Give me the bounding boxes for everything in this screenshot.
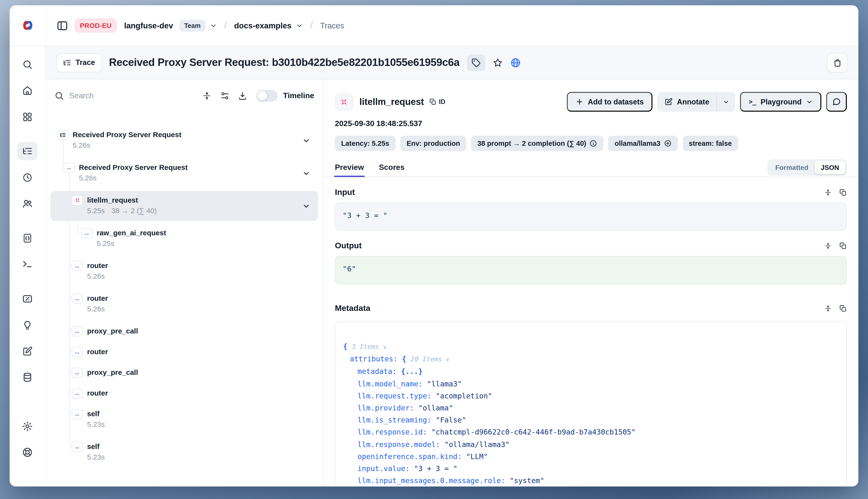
sidebar-toggle-icon[interactable] (56, 20, 68, 32)
json-line[interactable]: metadata: {...} (357, 366, 839, 378)
format-toggle-json[interactable]: JSON (815, 160, 845, 174)
add-to-datasets-button[interactable]: Add to datasets (566, 92, 652, 112)
users-icon[interactable] (22, 198, 33, 209)
insights-icon[interactable] (22, 320, 33, 331)
detail-badge[interactable]: 38 prompt → 2 completion (∑ 40) (471, 136, 603, 151)
tree-row-label: litellm_request (87, 191, 318, 205)
breadcrumb-section[interactable]: Traces (320, 21, 344, 30)
prompts-icon[interactable] (22, 233, 33, 243)
span-icon: ↔ (72, 409, 83, 419)
org-name[interactable]: langfuse-dev (124, 21, 173, 30)
span-icon: ↔ (72, 347, 83, 357)
json-line[interactable]: attributes: { 20 Items ∨ (350, 353, 839, 366)
tree-row-label: router (87, 343, 318, 356)
project-name[interactable]: docs-examples (234, 21, 291, 30)
tree-row-label: router (87, 384, 318, 398)
input-section-title: Input (335, 188, 355, 197)
span-icon: ↔ (72, 326, 83, 336)
row-chevron-down-icon[interactable] (302, 169, 310, 178)
observation-name: litellm_request (359, 97, 424, 107)
tracing-icon[interactable] (17, 142, 38, 160)
tree-row[interactable]: litellm_request 5.25s38 → 2 (∑ 40) (50, 191, 318, 221)
tree-row-duration: 5.26s (87, 271, 318, 281)
tree-row[interactable]: ↔ router 5.26s (50, 289, 318, 319)
span-icon: ↔ (72, 388, 83, 398)
public-globe-icon[interactable] (510, 57, 521, 68)
span-icon: ↔ (72, 367, 83, 377)
support-icon[interactable] (22, 447, 33, 458)
tree-row[interactable]: ↔ raw_gen_ai_request 5.25s (50, 224, 318, 254)
json-line: llm.model_name: "llama3" (357, 378, 839, 390)
tree-row[interactable]: ↔ self 5.23s (50, 405, 318, 435)
annotate-dropdown-chevron[interactable] (717, 98, 735, 105)
collapse-section-icon[interactable] (824, 305, 832, 312)
trace-icon (57, 130, 68, 140)
sidebar-rail (10, 46, 46, 486)
generation-icon (335, 94, 353, 110)
org-logo[interactable] (10, 5, 46, 46)
dashboards-icon[interactable] (22, 112, 33, 122)
tree-row[interactable]: ↔ Received Proxy Server Request 5.26s (50, 158, 318, 188)
span-icon: ↔ (72, 441, 83, 452)
tab-scores[interactable]: Scores (379, 157, 405, 177)
annotation-icon[interactable] (22, 346, 33, 356)
tag-icon (472, 58, 481, 67)
tree-row[interactable]: ↔ proxy_pre_call (50, 322, 318, 340)
desktop-background: PROD-EU langfuse-dev Team / docs-example… (0, 0, 868, 499)
collapse-section-icon[interactable] (824, 242, 832, 250)
evaluation-icon[interactable] (22, 293, 33, 304)
project-chevron-down-icon[interactable] (296, 22, 303, 29)
tree-row[interactable]: ↔ self 5.23s (50, 437, 318, 467)
tree-row[interactable]: ↔ proxy_pre_call (50, 363, 318, 381)
search-icon[interactable] (22, 59, 33, 70)
sessions-icon[interactable] (22, 172, 33, 183)
search-input[interactable]: Search (54, 91, 194, 100)
tree-row-duration: 5.23s (87, 419, 318, 429)
detail-badge: Latency: 5.25s (335, 136, 395, 151)
download-icon[interactable] (238, 91, 247, 100)
datasets-icon[interactable] (22, 372, 33, 382)
row-chevron-down-icon[interactable] (302, 137, 310, 145)
json-line: openinference.span.kind: "LLM" (357, 451, 839, 463)
tree-settings-icon[interactable] (220, 91, 230, 100)
detail-badge[interactable]: ollama/llama3 (608, 136, 678, 151)
format-toggle-formatted[interactable]: Formatted (769, 160, 815, 174)
observation-badges: Latency: 5.25sEnv: production38 prompt →… (335, 136, 847, 151)
settings-icon[interactable] (22, 421, 33, 432)
favorite-star-icon[interactable] (493, 58, 503, 68)
span-icon: ↔ (72, 293, 83, 303)
tree-row-label: router (87, 256, 318, 270)
annotate-button[interactable]: Annotate (657, 97, 717, 106)
json-line: llm.input_messages.0.message.role: "syst… (357, 475, 839, 486)
trace-title-bar: Trace Received Proxy Server Request: b30… (46, 46, 858, 80)
knot-logo-icon (21, 20, 34, 31)
collapse-all-icon[interactable] (202, 91, 212, 100)
tree-row[interactable]: ↔ router 5.26s (50, 256, 318, 286)
tree-row[interactable]: ↔ router (50, 384, 318, 402)
org-chevron-down-icon[interactable] (210, 22, 217, 29)
delete-trace-button[interactable] (827, 53, 848, 72)
top-navbar: PROD-EU langfuse-dev Team / docs-example… (10, 5, 858, 46)
comments-button[interactable] (826, 92, 847, 112)
json-line[interactable]: { 3 Items ∨ (343, 341, 839, 353)
copy-section-icon[interactable] (839, 242, 847, 250)
breadcrumb-separator: / (310, 20, 313, 31)
trace-type-badge: Trace (56, 53, 102, 72)
collapse-section-icon[interactable] (824, 188, 832, 196)
copy-section-icon[interactable] (839, 188, 847, 196)
tags-button[interactable] (467, 54, 486, 71)
tree-row-label: router (87, 289, 318, 303)
copy-id-button[interactable]: ID (429, 98, 445, 105)
tree-row-duration: 5.26s (79, 173, 318, 183)
playground-icon[interactable] (22, 259, 33, 270)
timeline-toggle[interactable] (257, 90, 278, 101)
home-icon[interactable] (22, 85, 33, 96)
row-chevron-down-icon[interactable] (302, 202, 310, 210)
copy-section-icon[interactable] (839, 305, 847, 312)
tab-preview[interactable]: Preview (335, 157, 364, 177)
tree-row[interactable]: Received Proxy Server Request 5.26s (50, 125, 318, 156)
tree-row[interactable]: ↔ router (50, 343, 318, 361)
trash-icon (833, 58, 842, 67)
terminal-icon: >_ (749, 98, 756, 105)
playground-button[interactable]: >_ Playground (740, 92, 821, 112)
